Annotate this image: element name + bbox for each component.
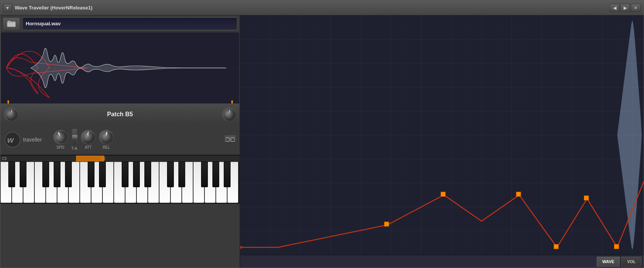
svg-rect-56 — [441, 192, 446, 197]
main-window: ▼ Wave Traveller (HoverNRelease1) ◀ ▶ ✕ … — [0, 0, 644, 268]
black-key[interactable] — [65, 162, 72, 187]
envelope-area[interactable] — [240, 15, 644, 255]
black-key[interactable] — [212, 162, 219, 187]
svg-rect-3 — [8, 100, 9, 103]
black-key[interactable] — [133, 162, 140, 187]
controls-section: w traveller SPD — [0, 125, 240, 155]
svg-rect-4 — [231, 100, 233, 103]
vol-tab[interactable]: VOL — [621, 257, 641, 266]
black-key[interactable] — [8, 162, 15, 187]
keyboard-section: C5 C6 — [0, 155, 240, 204]
black-key[interactable] — [178, 162, 185, 187]
black-key[interactable] — [99, 162, 106, 187]
waveform-svg — [1, 32, 239, 103]
svg-rect-0 — [7, 22, 15, 27]
svg-point-11 — [53, 129, 70, 146]
svg-rect-17 — [226, 138, 229, 142]
close-btn[interactable]: ✕ — [631, 4, 641, 12]
patch-section: Patch B5 — [0, 104, 240, 125]
left-panel: Hornsqual.wav — [0, 15, 240, 268]
bottom-bar: WAVE VOL — [240, 255, 644, 268]
key-highlight — [76, 156, 104, 162]
keyboard-labels: C5 C6 — [0, 156, 240, 162]
black-key[interactable] — [20, 162, 26, 187]
ta-fader-group: T-A — [71, 129, 77, 151]
black-key[interactable] — [54, 162, 60, 187]
patch-knob-left[interactable] — [4, 108, 18, 121]
svg-rect-55 — [384, 222, 389, 226]
att-knob-group: ATT — [81, 130, 95, 149]
dropdown-icon: ▼ — [6, 6, 10, 10]
svg-rect-58 — [554, 244, 559, 249]
black-key[interactable] — [224, 162, 231, 187]
file-name-text: Hornsqual.wav — [26, 21, 60, 26]
rel-label: REL — [103, 145, 110, 149]
window-dropdown-btn[interactable]: ▼ — [3, 4, 12, 12]
window-controls: ◀ ▶ ✕ — [610, 4, 641, 12]
prev-btn[interactable]: ◀ — [610, 4, 619, 12]
next-btn[interactable]: ▶ — [620, 4, 630, 12]
svg-point-13 — [82, 131, 95, 144]
rel-knob[interactable] — [99, 130, 113, 144]
stereo-btn[interactable] — [224, 135, 236, 144]
main-content: Hornsqual.wav — [0, 15, 644, 268]
file-bar: Hornsqual.wav — [0, 15, 240, 32]
att-label: ATT — [85, 145, 91, 149]
spd-knob[interactable] — [51, 127, 70, 147]
rel-knob-group: REL — [99, 130, 113, 149]
folder-button[interactable] — [3, 17, 20, 30]
black-key[interactable] — [122, 162, 128, 187]
black-key[interactable] — [42, 162, 49, 187]
patch-name: Patch B5 — [18, 111, 222, 118]
right-panel: WAVE VOL — [240, 15, 644, 268]
att-knob[interactable] — [81, 130, 95, 144]
black-key[interactable] — [167, 162, 174, 187]
svg-rect-57 — [516, 192, 521, 197]
c6-label: C6 — [101, 157, 105, 161]
file-name-display: Hornsqual.wav — [22, 17, 237, 30]
ta-fader-thumb — [72, 135, 77, 139]
svg-text:w: w — [7, 135, 14, 145]
logo-area: w traveller — [4, 131, 42, 148]
ta-label: T-A — [71, 146, 77, 151]
black-key[interactable] — [88, 162, 94, 187]
title-bar: ▼ Wave Traveller (HoverNRelease1) ◀ ▶ ✕ — [0, 0, 644, 15]
black-key[interactable] — [201, 162, 208, 187]
c5-label: C5 — [2, 157, 7, 161]
envelope-grid — [240, 15, 644, 255]
keys-container — [0, 162, 240, 204]
ta-fader[interactable] — [72, 129, 77, 145]
logo-icon: w — [4, 131, 21, 148]
spd-knob-group: SPD — [53, 130, 68, 149]
wave-tab[interactable]: WAVE — [597, 257, 620, 266]
patch-knob-right[interactable] — [222, 108, 236, 121]
svg-rect-59 — [584, 196, 588, 200]
svg-rect-18 — [231, 138, 235, 142]
window-title: Wave Traveller (HoverNRelease1) — [15, 5, 610, 11]
waveform-area — [0, 32, 240, 104]
black-key[interactable] — [144, 162, 151, 187]
folder-icon — [7, 20, 16, 27]
logo-text: traveller — [23, 137, 42, 143]
svg-rect-60 — [614, 244, 619, 249]
